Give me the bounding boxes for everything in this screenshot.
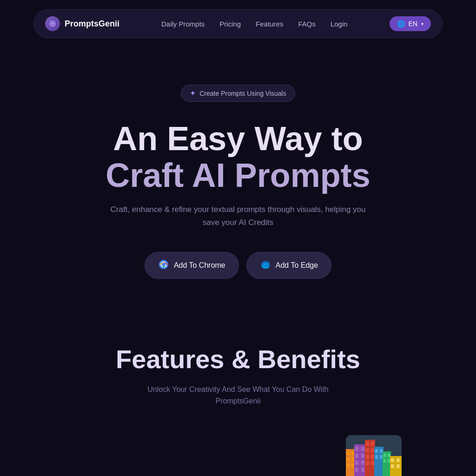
svg-rect-26 (371, 442, 374, 446)
svg-rect-45 (397, 458, 400, 462)
add-to-edge-button[interactable]: Add To Edge (246, 252, 331, 279)
svg-rect-10 (351, 451, 354, 455)
nav-features[interactable]: Features (256, 20, 283, 28)
edge-icon (260, 259, 271, 272)
preview-area (9, 435, 467, 476)
svg-rect-40 (388, 454, 390, 457)
cta-buttons: Add To Chrome (9, 252, 467, 279)
hero-title: An Easy Way to Craft AI Prompts (9, 120, 467, 194)
svg-rect-34 (375, 449, 378, 453)
hero-title-line1: An Easy Way to (9, 120, 467, 157)
svg-rect-17 (361, 447, 364, 451)
nav-faqs[interactable]: FAQs (298, 20, 316, 28)
preview-card (346, 435, 402, 476)
nav-daily-prompts[interactable]: Daily Prompts (161, 20, 205, 28)
badge-text: Create Prompts Using Visuals (199, 90, 286, 97)
svg-rect-21 (361, 461, 364, 465)
hero-section: ✦ Create Prompts Using Visuals An Easy W… (0, 47, 476, 307)
svg-rect-29 (366, 455, 369, 459)
svg-rect-13 (347, 463, 350, 467)
svg-rect-47 (397, 464, 400, 468)
logo[interactable]: PromptsGenii (45, 16, 119, 31)
svg-rect-18 (355, 454, 358, 458)
svg-rect-36 (375, 455, 378, 459)
svg-rect-46 (391, 464, 394, 468)
svg-rect-30 (371, 455, 374, 459)
svg-rect-37 (380, 455, 383, 459)
svg-rect-14 (351, 463, 354, 467)
svg-rect-35 (380, 449, 383, 453)
svg-rect-32 (371, 461, 374, 465)
svg-rect-39 (383, 454, 386, 457)
features-subtitle: Unlock Your Creativity And See What You … (140, 383, 336, 407)
sparkle-icon: ✦ (190, 89, 196, 98)
svg-rect-31 (366, 461, 369, 465)
hero-subtitle: Craft, enhance & refine your textual pro… (108, 203, 368, 228)
language-button[interactable]: 🌐 EN ▾ (390, 16, 431, 31)
svg-rect-12 (351, 457, 354, 461)
svg-rect-23 (361, 468, 364, 472)
add-to-edge-label: Add To Edge (276, 261, 318, 270)
chrome-icon (158, 259, 169, 272)
svg-rect-20 (355, 461, 358, 465)
svg-rect-27 (366, 448, 369, 452)
svg-rect-44 (391, 458, 394, 462)
chevron-down-icon: ▾ (421, 21, 423, 26)
language-icon: 🌐 (397, 20, 405, 27)
preview-image (346, 435, 402, 476)
nav-login[interactable]: Login (331, 20, 348, 28)
svg-rect-9 (347, 451, 350, 455)
logo-text: PromptsGenii (65, 19, 119, 29)
svg-rect-41 (383, 459, 386, 463)
features-title: Features & Benefits (9, 344, 467, 374)
language-label: EN (409, 20, 417, 27)
nav-pricing[interactable]: Pricing (219, 20, 241, 28)
features-section: Features & Benefits Unlock Your Creativi… (0, 307, 476, 476)
svg-rect-42 (388, 459, 390, 463)
add-to-chrome-label: Add To Chrome (174, 261, 225, 270)
hero-title-line2: Craft AI Prompts (9, 157, 467, 194)
svg-rect-22 (355, 468, 358, 472)
svg-rect-16 (355, 447, 358, 451)
svg-point-2 (52, 23, 53, 25)
add-to-chrome-button[interactable]: Add To Chrome (145, 252, 239, 279)
svg-rect-25 (366, 442, 369, 446)
nav-links: Daily Prompts Pricing Features FAQs Logi… (161, 20, 348, 28)
navbar: PromptsGenii Daily Prompts Pricing Featu… (33, 9, 443, 38)
svg-point-5 (162, 263, 165, 266)
logo-icon (45, 16, 60, 31)
svg-rect-28 (371, 448, 374, 452)
hero-badge[interactable]: ✦ Create Prompts Using Visuals (181, 85, 295, 102)
svg-rect-11 (347, 457, 350, 461)
svg-rect-19 (361, 454, 364, 458)
